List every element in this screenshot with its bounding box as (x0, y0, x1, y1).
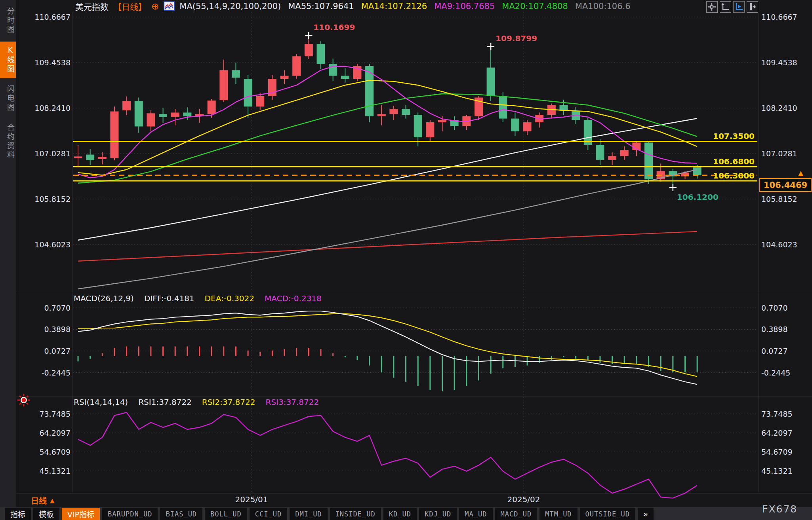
indicator-tab-9[interactable]: KD_UD (383, 508, 417, 520)
sidebar: 分时图K线图闪电图合约资料 (0, 0, 16, 507)
axis-label: 45.1321 (761, 467, 811, 475)
indicator-tab-11[interactable]: MA_UD (459, 508, 492, 520)
indicator-tab-15[interactable]: » (638, 508, 654, 520)
ma-legend-item: MA9:106.7685 (434, 2, 495, 11)
rsi-line (78, 412, 697, 498)
candle-body (402, 109, 410, 115)
period-badge[interactable]: 【日线】 (113, 0, 147, 12)
indicator-tab-6[interactable]: CCI_UD (250, 508, 287, 520)
candle-body (523, 122, 532, 131)
x-axis-date-label: 2025/01 (235, 495, 268, 504)
axis-label: 0.0727 (761, 347, 811, 355)
indicator-tab-12[interactable]: MACD_UD (495, 508, 538, 520)
candle-body (244, 79, 252, 106)
ma-legend-item: MA14:107.2126 (361, 2, 427, 11)
indicator-tab-3[interactable]: BARUPDN_UD (102, 508, 158, 520)
macd-header-part: MACD:-0.2318 (265, 294, 322, 303)
extreme-cross-icon (669, 184, 677, 191)
macd-dea-line (78, 314, 697, 377)
axis-label: 54.6709 (761, 448, 811, 456)
indicator-tab-14[interactable]: OUTSIDE_UD (580, 508, 635, 520)
axis-label: 64.2097 (761, 429, 811, 437)
ma-legend-item: MA100:106.6 (575, 2, 631, 11)
axis-label: 54.6709 (16, 448, 71, 456)
period-arrow-icon: ▲ (50, 497, 55, 504)
candle-body (147, 113, 155, 126)
candle-body (122, 101, 131, 110)
candle-body (159, 114, 167, 117)
macd-header-part: MACD(26,12,9) (74, 294, 134, 303)
extreme-price-label: 110.1699 (313, 23, 355, 32)
candle-body (98, 157, 107, 159)
axis-label: 107.0281 (16, 149, 71, 158)
chart-header: 美元指数 【日线】 ⊕ MA(55,14,9,20,100,200)MA55:1… (75, 1, 631, 12)
period-selector[interactable]: 日线 ▲ (31, 495, 55, 506)
chart-canvas[interactable] (0, 0, 812, 520)
indicator-tab-2[interactable]: VIP指标 (62, 508, 100, 520)
axis-label: 73.7485 (761, 410, 811, 418)
rsi-header: RSI(14,14,14)RSI1:37.8722RSI2:37.8722RSI… (74, 397, 319, 407)
candle-body (110, 112, 118, 159)
sidebar-item-2[interactable]: 闪电图 (0, 81, 16, 116)
candle-body (341, 76, 349, 79)
axis-label: -0.2445 (16, 368, 71, 377)
axis-label: 0.3898 (761, 325, 811, 334)
add-overlay-icon[interactable]: ⊕ (151, 2, 159, 11)
hline-price-label: 106.6800 (673, 157, 755, 166)
axis-label: 64.2097 (16, 429, 71, 437)
indicator-tab-7[interactable]: DMI_UD (290, 508, 327, 520)
axis-label: 109.4538 (761, 58, 811, 67)
axis-label: 73.7485 (16, 410, 71, 418)
indicator-tab-5[interactable]: BOLL_UD (205, 508, 247, 520)
ma-legend: MA(55,14,9,20,100,200)MA55:107.9641MA14:… (179, 2, 630, 11)
indicator-tab-13[interactable]: MTM_UD (539, 508, 577, 520)
indicator-tab-1[interactable]: 模板 (33, 508, 59, 520)
candle-body (232, 70, 240, 78)
axis-label: 0.3898 (16, 325, 71, 334)
rsi-header-part: RSI(14,14,14) (74, 397, 128, 407)
crosshair-tool-icon[interactable] (706, 1, 718, 13)
candle-body (389, 109, 398, 114)
candle-body (208, 101, 216, 114)
ma-line-ma9 (78, 66, 697, 178)
chart-style-icon[interactable] (164, 1, 175, 11)
axis-label: 0.7070 (761, 304, 811, 312)
indicator-tab-8[interactable]: INSIDE_UD (330, 508, 381, 520)
indicator-tab-0[interactable]: 指标 (5, 508, 31, 520)
hot-indicator-icon[interactable] (17, 393, 31, 407)
axis-label: 0.7070 (16, 304, 71, 312)
sidebar-item-0[interactable]: 分时图 (0, 3, 16, 38)
indicator-tab-4[interactable]: BIAS_UD (160, 508, 202, 520)
ma-line-ma100 (78, 170, 697, 289)
candle-body (317, 44, 325, 64)
candle-body (499, 96, 507, 119)
candle-body (86, 155, 94, 160)
candle-body (620, 150, 629, 156)
candle-body (438, 120, 446, 122)
candle-body (414, 115, 422, 137)
axis-range-icon[interactable] (720, 1, 731, 13)
candle-body (426, 122, 434, 137)
candle-body (135, 101, 143, 127)
candle-body (219, 70, 228, 100)
sidebar-item-3[interactable]: 合约资料 (0, 120, 16, 164)
auto-scale-icon[interactable] (733, 1, 745, 13)
candle-body (511, 119, 519, 131)
candle-body (292, 56, 301, 76)
extreme-price-label: 106.1200 (677, 192, 719, 202)
watermark: FX678 (762, 503, 797, 515)
data-shift-icon[interactable] (747, 1, 758, 13)
chart-toolbar (706, 1, 758, 13)
indicator-tabbar: 指标模板VIP指标BARUPDN_UDBIAS_UDBOLL_UDCCI_UDD… (0, 507, 812, 520)
indicator-tab-10[interactable]: KDJ_UD (419, 508, 457, 520)
candle-body (596, 145, 604, 160)
sidebar-item-1[interactable]: K线图 (0, 42, 16, 78)
macd-header: MACD(26,12,9)DIFF:-0.4181DEA:-0.3022MACD… (74, 294, 322, 303)
axis-label: 109.4538 (16, 58, 71, 67)
price-marker-arrow-icon: ▲ (798, 169, 803, 177)
macd-header-part: DEA:-0.3022 (205, 294, 254, 303)
axis-label: 110.6667 (761, 13, 811, 21)
axis-label: 107.0281 (761, 149, 811, 158)
rsi-header-part: RSI3:37.8722 (266, 397, 319, 407)
axis-label: 108.2410 (761, 104, 811, 112)
